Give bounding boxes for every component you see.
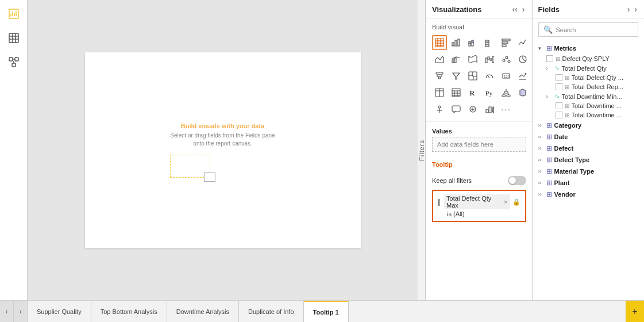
svg-rect-26 (472, 43, 473, 46)
total-defect-qty-group[interactable]: › ∿ Total Defect Qty (546, 63, 644, 73)
field-group-header-category[interactable]: › ⊞ Category (533, 120, 644, 131)
total-defect-rep-checkbox[interactable] (556, 83, 562, 90)
keep-filters-text: Keep all filters (432, 177, 472, 184)
viz-icon-area[interactable] (432, 52, 447, 67)
total-downtime2-checkbox[interactable] (556, 112, 562, 118)
svg-rect-32 (502, 42, 508, 44)
viz-icon-slicer[interactable] (432, 102, 447, 117)
viz-icon-chat[interactable] (449, 102, 464, 117)
tab-tooltip1[interactable]: Tooltip 1 (304, 301, 349, 322)
fields-panel-expand[interactable]: › (626, 5, 631, 14)
field-group-header-material-type[interactable]: › ⊞ Material Type (533, 166, 644, 177)
viz-icon-gauge[interactable] (482, 68, 497, 83)
field-group-header-metrics[interactable]: ⊞ Metrics (533, 43, 644, 54)
field-group-header-vendor[interactable]: › ⊞ Vendor (533, 189, 644, 200)
viz-panel-collapse[interactable]: ‹‹ (511, 5, 519, 14)
filter-value: is (All) (438, 210, 520, 217)
filter-remove[interactable]: × (504, 198, 507, 205)
fields-panel-arrows: › › (626, 5, 638, 14)
plant-label: Plant (554, 179, 570, 186)
viz-icon-filled-map[interactable] (515, 85, 530, 100)
viz-icon-more[interactable]: ··· (499, 102, 514, 117)
measure-icon-3: ⊞ (565, 84, 569, 90)
filters-label: Filters (418, 140, 425, 161)
field-group-header-plant[interactable]: › ⊞ Plant (533, 177, 644, 189)
add-data-field[interactable]: Add data fields here (432, 137, 526, 152)
viz-icon-bar[interactable] (449, 35, 464, 50)
report-canvas: Build visuals with your data Select or d… (85, 52, 361, 248)
viz-icon-shape[interactable] (465, 102, 480, 117)
viz-icon-100pct-bar[interactable] (499, 35, 514, 50)
field-group-header-defect-type[interactable]: › ⊞ Defect Type (533, 154, 644, 166)
material-type-label: Material Type (554, 168, 595, 175)
field-group-defect: › ⊞ Defect (533, 143, 644, 154)
total-downtime-group[interactable]: › ∿ Total Downtime Min... (546, 91, 644, 101)
tab-downtime[interactable]: Downtime Analysis (167, 301, 239, 322)
trend-icon-2: ∿ (554, 93, 560, 100)
viz-icon-line[interactable] (515, 35, 530, 50)
viz-icon-map[interactable] (465, 68, 480, 83)
svg-rect-40 (492, 56, 494, 63)
svg-rect-49 (438, 77, 441, 79)
viz-icon-waterfall[interactable] (482, 52, 497, 67)
tab-add-button[interactable]: + (626, 301, 644, 322)
viz-icon-pie[interactable] (515, 52, 530, 67)
viz-icon-clustered-bar[interactable] (482, 35, 497, 50)
table-icon[interactable] (6, 30, 22, 46)
field-group-header-defect[interactable]: › ⊞ Defect (533, 143, 644, 154)
date-table-icon: ⊞ (546, 133, 552, 141)
viz-icon-ribbon[interactable] (465, 52, 480, 67)
viz-icon-kpi[interactable] (515, 68, 530, 83)
viz-icon-scatter[interactable] (499, 52, 514, 67)
viz-icon-python[interactable]: Py (482, 85, 497, 100)
total-defect-children: ⊞ Total Defect Qty ... ⊞ Total Defect Re… (546, 73, 644, 91)
svg-rect-47 (436, 72, 443, 74)
viz-icon-matrix[interactable] (449, 85, 464, 100)
measure-icon-2: ⊞ (565, 75, 569, 81)
total-downtime2-label: Total Downtime ... (572, 112, 622, 118)
total-defect-rep-label: Total Defect Rep... (572, 83, 624, 90)
viz-icon-R[interactable]: R (465, 85, 480, 100)
viz-placeholder (170, 155, 210, 178)
viz-icon-stacked-bar[interactable] (465, 35, 480, 50)
svg-rect-21 (452, 43, 454, 46)
viz-icon-table[interactable] (432, 35, 447, 50)
category-label: Category (554, 122, 582, 129)
tab-supplier-quality[interactable]: Supplier Quality (28, 301, 91, 322)
report-icon[interactable] (6, 6, 22, 22)
viz-icon-filter[interactable] (449, 68, 464, 83)
search-input[interactable] (556, 26, 635, 33)
field-defect-qty-sply-label: Defect Qty SPLY (562, 55, 610, 62)
field-group-vendor: › ⊞ Vendor (533, 189, 644, 200)
viz-icon-funnel[interactable] (432, 68, 447, 83)
viz-panel-expand[interactable]: › (521, 5, 526, 14)
viz-icon-decomp[interactable] (499, 85, 514, 100)
viz-icon-combo[interactable] (449, 52, 464, 67)
total-defect-qty1-checkbox[interactable] (556, 74, 562, 81)
model-icon[interactable] (6, 54, 22, 70)
defect-qty-sply-checkbox[interactable] (546, 55, 553, 62)
fields-panel-expand2[interactable]: › (633, 5, 638, 14)
field-group-header-date[interactable]: › ⊞ Date (533, 131, 644, 143)
search-icon: 🔍 (543, 25, 553, 34)
svg-marker-34 (435, 56, 444, 63)
svg-rect-31 (502, 39, 510, 41)
total-defect-qty1-label: Total Defect Qty ... (572, 74, 623, 81)
metrics-label: Metrics (554, 45, 577, 52)
defect-type-chevron: › (538, 157, 544, 163)
metrics-children: ⊞ Defect Qty SPLY › ∿ Total Defect Qty (533, 54, 644, 120)
filter-bar-icon: ▌ (438, 199, 442, 205)
svg-rect-23 (458, 39, 460, 46)
keep-filters-toggle[interactable] (508, 176, 526, 185)
tab-duplicate-info[interactable]: Duplicate of Info (239, 301, 304, 322)
tab-top-bottom[interactable]: Top Bottom Analysis (91, 301, 167, 322)
viz-icon-custom[interactable] (482, 102, 497, 117)
tab-scroll-left[interactable]: ‹ (0, 301, 14, 322)
tab-scroll-right[interactable]: › (14, 301, 28, 322)
total-defect-qty-label: Total Defect Qty (562, 65, 607, 72)
svg-rect-12 (12, 63, 16, 67)
viz-icon-card[interactable]: 123 (499, 68, 514, 83)
total-downtime1-checkbox[interactable] (556, 102, 562, 109)
viz-icon-table2[interactable] (432, 85, 447, 100)
bottom-tabs: ‹ › Supplier Quality Top Bottom Analysis… (0, 300, 644, 322)
